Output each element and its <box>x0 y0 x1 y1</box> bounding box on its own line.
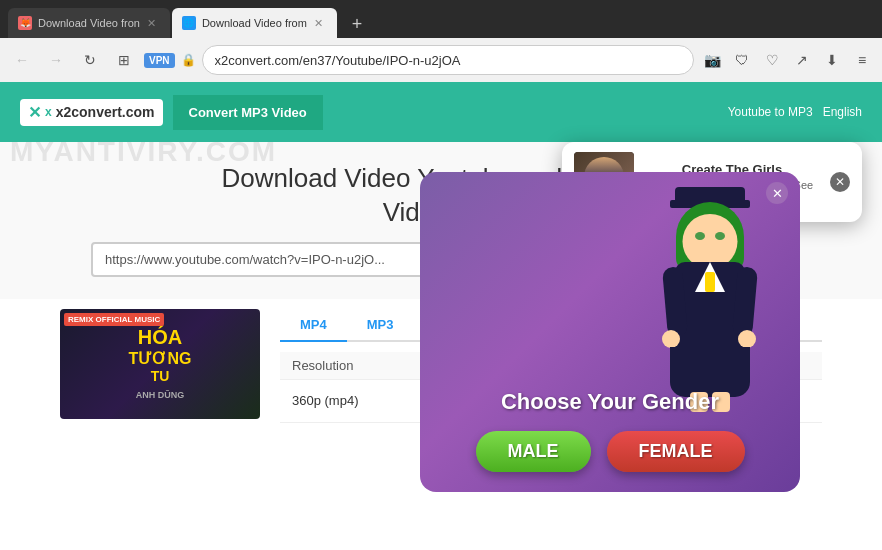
vpn-badge[interactable]: VPN <box>144 53 175 68</box>
download-icon[interactable]: ⬇ <box>820 48 844 72</box>
tab-bar: 🦊 Download Video fron ✕ 🌐 Download Video… <box>0 0 882 38</box>
tab-1-close[interactable]: ✕ <box>144 15 160 31</box>
thumbnail-line1: HÓA <box>129 325 192 349</box>
thumbnail-badge: REMIX OFFICIAL MUSIC <box>64 313 164 326</box>
shield-icon[interactable]: 🛡 <box>730 48 754 72</box>
tab-2-title: Download Video from <box>202 17 307 29</box>
camera-icon[interactable]: 📷 <box>700 48 724 72</box>
back-button[interactable]: ← <box>8 46 36 74</box>
menu-icon[interactable]: ≡ <box>850 48 874 72</box>
video-thumbnail: REMIX OFFICIAL MUSIC HÓA TƯƠNG TU ANH DŨ… <box>60 309 260 419</box>
thumbnail-line2: TƯƠNG <box>129 349 192 368</box>
col-resolution: Resolution <box>280 352 429 380</box>
gender-popup: ✕ <box>420 172 800 492</box>
tab-1-title: Download Video fron <box>38 17 140 29</box>
tab-1[interactable]: 🦊 Download Video fron ✕ <box>8 8 170 38</box>
language-selector[interactable]: English <box>823 105 862 119</box>
address-bar[interactable]: x2convert.com/en37/Youtube/IPO-n-u2jOA <box>202 45 694 75</box>
logo-box[interactable]: ✕ x x2convert.com <box>20 99 163 126</box>
thumbnail-line3: TU <box>129 368 192 385</box>
gender-popup-title: Choose Your Gender <box>501 389 719 415</box>
nav-bar: ← → ↻ ⊞ VPN 🔒 x2convert.com/en37/Youtube… <box>0 38 882 82</box>
tab-1-favicon: 🦊 <box>18 16 32 30</box>
gender-character <box>630 172 790 412</box>
bookmark-icon[interactable]: ♡ <box>760 48 784 72</box>
address-text: x2convert.com/en37/Youtube/IPO-n-u2jOA <box>215 53 681 68</box>
logo-text: x2convert.com <box>56 104 155 120</box>
browser-chrome: 🦊 Download Video fron ✕ 🌐 Download Video… <box>0 0 882 82</box>
logo-area: ✕ x x2convert.com <box>20 99 163 126</box>
header-right: Youtube to MP3 English <box>728 105 862 119</box>
gender-buttons: MALE FEMALE <box>476 431 745 472</box>
tab-mp3[interactable]: MP3 <box>347 309 414 342</box>
apps-button[interactable]: ⊞ <box>110 46 138 74</box>
page-content: ✕ x x2convert.com Convert MP3 Video Yout… <box>0 82 882 550</box>
tab-mp4[interactable]: MP4 <box>280 309 347 342</box>
nav-right-icons: 📷 🛡 ♡ ↗ ⬇ ≡ <box>700 48 874 72</box>
female-button[interactable]: FEMALE <box>607 431 745 472</box>
youtube-to-mp3-link[interactable]: Youtube to MP3 <box>728 105 813 119</box>
new-tab-button[interactable]: + <box>343 10 371 38</box>
tab-2-favicon: 🌐 <box>182 16 196 30</box>
popup-ad-close[interactable]: ✕ <box>830 172 850 192</box>
share-icon[interactable]: ↗ <box>790 48 814 72</box>
thumbnail-line4: ANH DŨNG <box>129 389 192 402</box>
lock-icon: 🔒 <box>181 53 196 67</box>
row-resolution: 360p (mp4) <box>280 379 429 422</box>
refresh-button[interactable]: ↻ <box>76 46 104 74</box>
forward-button[interactable]: → <box>42 46 70 74</box>
tab-2[interactable]: 🌐 Download Video from ✕ <box>172 8 337 38</box>
header-nav-links: Convert MP3 Video <box>173 95 323 130</box>
convert-mp3-link[interactable]: Convert MP3 Video <box>173 95 323 130</box>
male-button[interactable]: MALE <box>476 431 591 472</box>
site-header: ✕ x x2convert.com Convert MP3 Video Yout… <box>0 82 882 142</box>
tab-2-close[interactable]: ✕ <box>311 15 327 31</box>
